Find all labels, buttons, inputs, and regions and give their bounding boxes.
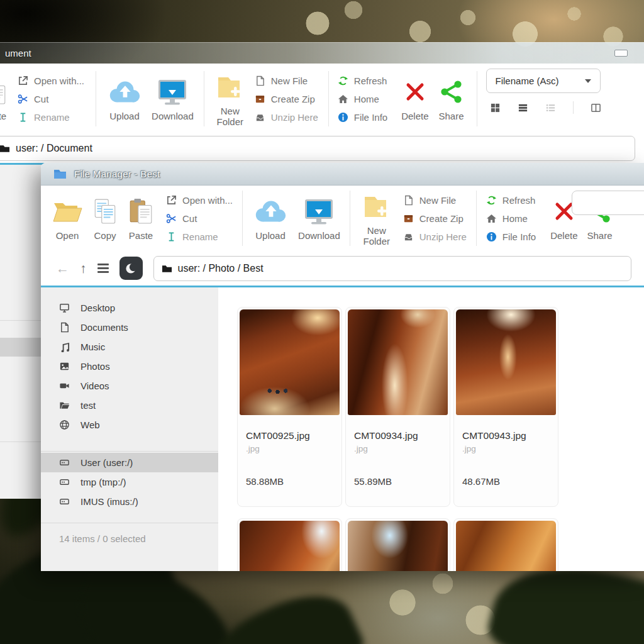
delete-button[interactable]: Delete — [401, 75, 428, 121]
breadcrumb[interactable]: user: / Document — [0, 136, 635, 161]
create-zip-button[interactable]: Create Zip — [403, 213, 467, 224]
upload-button[interactable]: Upload — [106, 75, 143, 121]
refresh-button[interactable]: Refresh — [486, 194, 536, 206]
cut-button[interactable]: Cut — [18, 93, 84, 104]
file-thumbnail[interactable] — [456, 309, 556, 415]
file-card[interactable]: CMT00934.jpg .jpg 55.89MB — [345, 307, 450, 507]
paste-button[interactable]: Paste — [0, 75, 8, 121]
unzip-here-button[interactable]: Unzip Here — [403, 231, 467, 242]
drive-icon — [59, 457, 70, 468]
cut-label: Cut — [182, 213, 197, 224]
folder-icon — [162, 264, 172, 273]
sort-dropdown[interactable]: Filename (Asc) — [486, 69, 601, 93]
cut-label: Cut — [34, 94, 48, 104]
file-card[interactable] — [345, 518, 450, 571]
file-thumbnail[interactable] — [348, 309, 448, 415]
sidebar-item-label: tmp (tmp:/) — [80, 477, 126, 487]
new-folder-button[interactable]: New Folder — [213, 70, 247, 128]
share-button[interactable]: Share — [439, 75, 464, 121]
upload-label: Upload — [109, 111, 140, 121]
file-card[interactable]: CMT00943.jpg .jpg 48.67MB — [453, 307, 558, 507]
file-info-button[interactable]: File Info — [338, 111, 387, 123]
new-folder-label: New Folder — [214, 106, 247, 128]
file-icon — [59, 322, 70, 333]
new-file-button[interactable]: New File — [403, 194, 467, 206]
menu-hamburger-icon[interactable] — [97, 264, 109, 273]
download-button[interactable]: Download — [298, 195, 340, 241]
sidebar-item-documents[interactable]: Documents — [41, 318, 218, 337]
dark-mode-toggle[interactable] — [119, 257, 143, 280]
screen: ument Paste Open with.. — [0, 0, 644, 644]
titlebar[interactable]: ument — [0, 42, 644, 64]
up-arrow-icon[interactable]: ↑ — [80, 262, 87, 275]
download-button[interactable]: Download — [152, 75, 194, 121]
delete-label: Delete — [550, 230, 577, 241]
sidebar-item-music[interactable]: Music — [41, 337, 218, 357]
cut-button[interactable]: Cut — [166, 213, 233, 224]
sidebar-item-drive-tmp[interactable]: tmp (tmp:/) — [41, 472, 218, 492]
file-size: 48.67MB — [462, 476, 558, 487]
home-button[interactable]: Home — [338, 93, 387, 104]
drives-list: User (user:/) tmp (tmp:/) IMUS (imus:/) — [41, 453, 218, 511]
sort-dropdown-clipped[interactable] — [572, 191, 644, 215]
open-with-icon — [166, 195, 177, 206]
file-size: 55.89MB — [354, 476, 450, 487]
upload-button[interactable]: Upload — [252, 195, 289, 241]
rename-button[interactable]: Rename — [18, 111, 84, 123]
back-arrow-icon[interactable]: ← — [56, 262, 69, 275]
sidebar-item-label: Documents — [80, 322, 128, 333]
list-view-icon[interactable] — [518, 103, 528, 113]
file-card[interactable]: CMT00949.jpg .jpg 52.47MB — [237, 518, 342, 571]
grid-view-icon[interactable] — [490, 103, 501, 113]
titlebar[interactable]: File Manager - Best — [41, 163, 644, 186]
home-label: Home — [502, 213, 528, 224]
sidebar-item-drive-imus[interactable]: IMUS (imus:/) — [41, 492, 218, 511]
video-camera-icon — [59, 380, 70, 391]
paste-label: Paste — [129, 230, 153, 241]
new-folder-button[interactable]: New Folder — [360, 190, 394, 247]
columns-view-icon[interactable] — [591, 103, 601, 113]
file-card[interactable] — [453, 518, 558, 571]
download-monitor-icon — [303, 195, 335, 228]
file-info-button[interactable]: File Info — [486, 231, 536, 242]
sidebar-item-videos[interactable]: Videos — [41, 376, 218, 396]
places-list: Desktop Documents Music Photos — [41, 287, 218, 435]
sidebar-item-label: Web — [80, 419, 100, 430]
copy-label: Copy — [94, 230, 116, 241]
sidebar-item-photos[interactable]: Photos — [41, 357, 218, 376]
rename-button[interactable]: Rename — [166, 231, 233, 242]
file-thumbnail[interactable] — [240, 309, 340, 415]
sidebar-item-web[interactable]: Web — [41, 415, 218, 435]
open-with-button[interactable]: Open with... — [18, 75, 84, 86]
download-label: Download — [298, 230, 340, 241]
refresh-button[interactable]: Refresh — [338, 75, 387, 86]
unzip-here-button[interactable]: Unzip Here — [255, 111, 318, 123]
minimize-button[interactable] — [614, 50, 628, 57]
create-zip-label: Create Zip — [271, 94, 315, 104]
home-button[interactable]: Home — [486, 213, 536, 224]
detail-list-view-icon[interactable] — [545, 103, 556, 113]
paste-button[interactable]: Paste — [128, 195, 154, 241]
sort-value: Filename (Asc) — [496, 75, 559, 86]
sidebar-item-desktop[interactable]: Desktop — [41, 298, 218, 318]
sidebar-item-label: Videos — [80, 380, 109, 391]
sidebar-item-drive-user[interactable]: User (user:/) — [41, 453, 218, 472]
open-with-button[interactable]: Open with... — [166, 194, 233, 206]
sidebar-item-test[interactable]: test — [41, 396, 218, 415]
breadcrumb[interactable]: user: / Photo / Best — [153, 256, 632, 281]
file-card[interactable]: CMT00925.jpg .jpg 58.88MB — [237, 307, 342, 507]
open-button[interactable]: Open — [52, 195, 82, 241]
new-file-label: New File — [419, 195, 456, 206]
file-thumbnail[interactable] — [456, 521, 556, 571]
home-icon — [338, 94, 348, 104]
file-thumbnail[interactable] — [240, 521, 340, 571]
create-zip-button[interactable]: Create Zip — [255, 93, 318, 104]
copy-button[interactable]: Copy — [92, 195, 118, 241]
file-thumbnail[interactable] — [348, 521, 448, 571]
toolbar: Open Copy — [41, 186, 644, 251]
new-file-button[interactable]: New File — [255, 75, 318, 86]
upload-cloud-icon — [252, 195, 289, 228]
new-file-icon — [255, 75, 265, 86]
monitor-icon — [59, 303, 70, 313]
window-file-manager-best[interactable]: File Manager - Best Open — [41, 163, 644, 571]
